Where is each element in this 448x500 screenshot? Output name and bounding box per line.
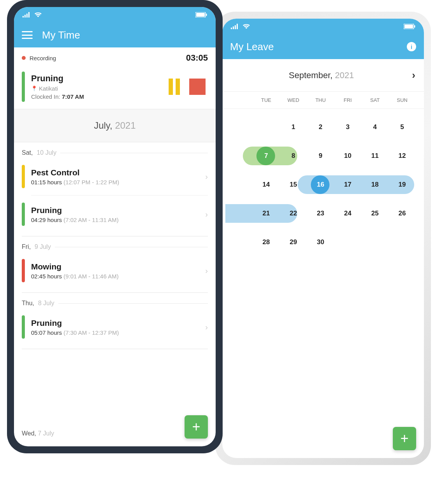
calendar-cell-selected[interactable]: 16	[307, 181, 334, 189]
svg-rect-9	[26, 14, 28, 17]
entry-title: Pruning	[31, 206, 205, 215]
calendar-month-label: September, 2021	[231, 70, 412, 80]
screen-myleave: My Leave i September, 2021 › MON TUE WED…	[222, 19, 424, 458]
weekday-fri: FRI	[334, 97, 361, 103]
battery-icon	[404, 24, 415, 29]
phone-frame-dark: My Time Recording 03:05 Pruning 📍 Katika…	[7, 0, 223, 453]
calendar-cell[interactable]: 11	[361, 152, 389, 160]
add-leave-button[interactable]: +	[393, 427, 416, 450]
calendar-cell[interactable]: 14	[253, 181, 280, 189]
calendar-row: 1 2 3 4 5	[225, 113, 421, 142]
calendar-cell[interactable]: 8	[280, 152, 307, 160]
svg-rect-1	[233, 26, 234, 29]
calendar-cell[interactable]: 23	[307, 210, 334, 217]
calendar-cell[interactable]: 4	[361, 123, 389, 131]
svg-rect-6	[414, 25, 415, 28]
entry-duration: 01:15 hours (12:07 PM - 1:22 PM)	[31, 179, 205, 185]
status-bar	[14, 7, 216, 23]
calendar-cell[interactable]: 28	[253, 238, 280, 246]
wifi-icon	[242, 24, 250, 29]
entry-color-bar	[22, 165, 25, 188]
weekday-sat: SAT	[361, 97, 389, 103]
page-title: My Time	[42, 29, 208, 41]
add-time-button[interactable]: +	[185, 415, 208, 439]
calendar-cell[interactable]: 25	[361, 210, 389, 217]
calendar-cell[interactable]: 2	[307, 123, 334, 131]
entry-title: Pruning	[31, 318, 205, 328]
chevron-right-icon: ›	[205, 266, 208, 275]
calendar-cell[interactable]: 26	[389, 210, 416, 217]
entry-color-bar	[22, 315, 25, 339]
chevron-right-icon: ›	[205, 172, 208, 181]
weekday-wed: WED	[280, 97, 307, 103]
time-entry[interactable]: Pruning 05:07 hours (7:30 AM - 12:37 PM)…	[22, 311, 208, 343]
phone-frame-light: My Leave i September, 2021 › MON TUE WED…	[215, 12, 431, 465]
day-label: Sat, 10 July	[22, 149, 208, 156]
recording-elapsed: 03:05	[186, 53, 208, 63]
calendar-cell[interactable]: 9	[307, 152, 334, 160]
day-label: Fri, 9 July	[22, 243, 208, 250]
calendar-cell[interactable]: 3	[334, 123, 361, 131]
separator	[31, 195, 208, 196]
next-month-button[interactable]: ›	[412, 69, 415, 81]
entry-color-bar	[22, 203, 25, 226]
day-section: Sat, 10 July Pest Control 01:15 hours (1…	[14, 142, 216, 236]
svg-rect-8	[24, 15, 26, 17]
pause-button[interactable]	[169, 79, 180, 95]
time-entry[interactable]: Pruning 04:29 hours (7:02 AM - 11:31 AM)…	[22, 198, 208, 231]
page-title: My Leave	[230, 41, 407, 53]
calendar-month-selector: September, 2021 ›	[222, 59, 424, 92]
entry-duration: 02:45 hours (9:01 AM - 11:46 AM)	[31, 273, 205, 280]
svg-rect-3	[237, 24, 238, 29]
app-header: My Time	[14, 23, 216, 47]
entry-duration: 05:07 hours (7:30 AM - 12:37 PM)	[31, 329, 205, 336]
day-section: Thu, 8 July Pruning 05:07 hours (7:30 AM…	[14, 293, 216, 349]
status-bar	[222, 19, 424, 34]
entry-color-bar	[22, 259, 25, 282]
calendar-cell[interactable]: 5	[389, 123, 416, 131]
calendar-grid: 1 2 3 4 5 7 8 9 10 11 12 14	[222, 109, 424, 260]
entry-duration: 04:29 hours (7:02 AM - 11:31 AM)	[31, 217, 205, 223]
calendar-cell-today[interactable]: 7	[253, 152, 280, 160]
calendar-cell[interactable]: 12	[389, 152, 416, 160]
calendar-cell[interactable]: 10	[334, 152, 361, 160]
weekday-header: MON TUE WED THU FRI SAT SUN	[222, 92, 424, 109]
svg-rect-5	[404, 24, 413, 28]
calendar-cell[interactable]: 1	[280, 123, 307, 131]
chevron-right-icon: ›	[205, 323, 208, 332]
recording-dot-icon	[22, 56, 26, 60]
svg-rect-13	[206, 14, 207, 16]
time-entry[interactable]: Mowing 02:45 hours (9:01 AM - 11:46 AM) …	[22, 254, 208, 287]
calendar-cell[interactable]: 15	[280, 181, 307, 189]
info-icon[interactable]: i	[407, 42, 416, 51]
weekday-tue: TUE	[253, 97, 280, 103]
active-task-name: Pruning	[31, 73, 169, 84]
weekday-sun: SUN	[389, 97, 416, 103]
calendar-cell[interactable]: 24	[334, 210, 361, 217]
screen-mytime: My Time Recording 03:05 Pruning 📍 Katika…	[14, 7, 216, 446]
calendar-row: 28 29 30	[225, 228, 421, 257]
svg-rect-12	[196, 13, 205, 17]
weekday-thu: THU	[307, 97, 334, 103]
battery-icon	[195, 12, 207, 17]
calendar-cell[interactable]: 22	[280, 210, 307, 217]
wifi-icon	[34, 12, 42, 17]
signal-icon	[231, 24, 239, 29]
separator	[22, 349, 208, 349]
task-color-bar	[22, 72, 25, 102]
calendar-cell[interactable]: 19	[389, 181, 416, 189]
calendar-cell[interactable]: 18	[361, 181, 389, 189]
menu-button[interactable]	[22, 31, 33, 39]
location-pin-icon: 📍	[31, 86, 37, 91]
calendar-cell[interactable]: 29	[280, 238, 307, 246]
chevron-right-icon: ›	[205, 210, 208, 219]
stop-button[interactable]	[189, 79, 206, 95]
calendar-cell[interactable]: 21	[253, 210, 280, 217]
svg-rect-0	[231, 28, 232, 29]
calendar-cell[interactable]: 17	[334, 181, 361, 189]
app-header: My Leave i	[222, 34, 424, 59]
active-task-location: 📍 Katikati	[31, 85, 169, 92]
svg-rect-7	[23, 16, 24, 17]
time-entry[interactable]: Pest Control 01:15 hours (12:07 PM - 1:2…	[22, 160, 208, 193]
calendar-cell[interactable]: 30	[307, 238, 334, 246]
